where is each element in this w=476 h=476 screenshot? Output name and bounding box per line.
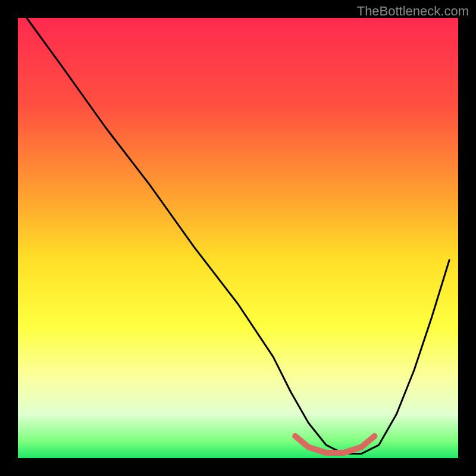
plot-area: [18, 18, 458, 458]
watermark-text: TheBottleneck.com: [357, 4, 469, 19]
chart-container: TheBottleneck.com: [0, 0, 476, 476]
gradient-background: [18, 18, 458, 458]
chart-svg: [18, 18, 458, 458]
